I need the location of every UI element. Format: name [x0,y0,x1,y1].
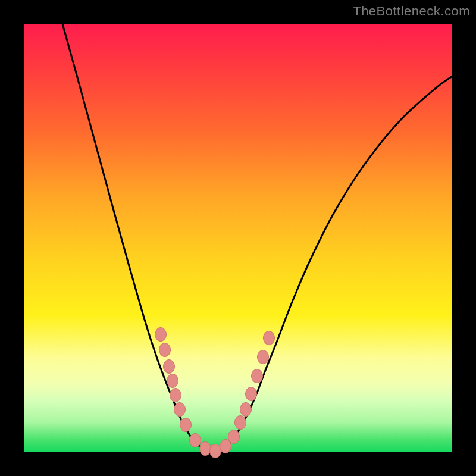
curve-marker [164,360,175,374]
curve-markers [155,328,275,458]
curve-marker [190,434,201,447]
curve-marker [246,387,257,401]
curve-marker [200,442,211,456]
curve-marker [174,403,186,416]
curve-marker [240,403,252,416]
curve-marker [180,418,192,432]
watermark-text: TheBottleneck.com [353,4,470,19]
chart-svg [24,24,452,452]
v-curve-line [62,24,452,452]
curve-marker [235,416,246,430]
curve-marker [228,430,240,444]
plot-area [24,24,452,452]
chart-stage: TheBottleneck.com [0,0,476,476]
curve-marker [170,389,181,402]
curve-marker [258,350,269,364]
curve-marker [159,343,171,357]
curve-marker [252,369,263,383]
curve-marker [264,331,275,345]
curve-marker [167,374,178,388]
curve-marker [155,328,167,342]
curve-marker [210,444,221,458]
